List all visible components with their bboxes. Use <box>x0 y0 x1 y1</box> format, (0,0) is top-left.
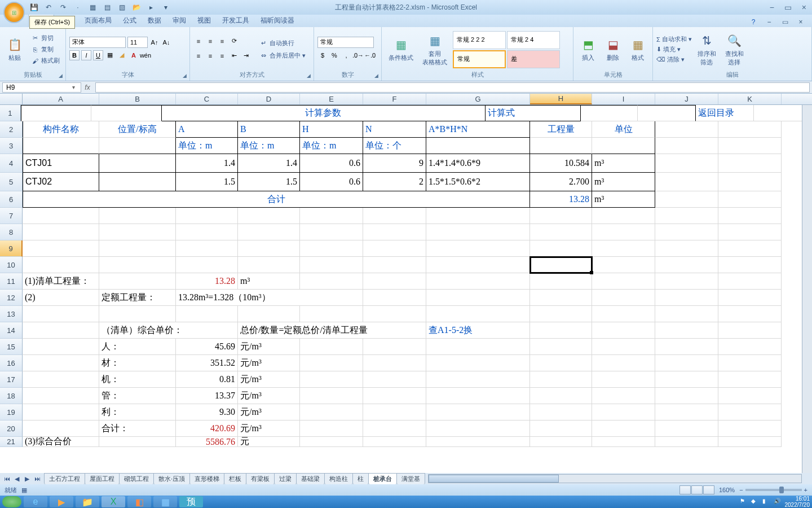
tab-nav-prev-icon[interactable]: ◀ <box>12 475 21 483</box>
cell-F3[interactable]: 单位：个 <box>363 138 426 154</box>
cell-F5[interactable]: 2 <box>363 173 426 191</box>
cell-C2[interactable]: A <box>176 121 238 138</box>
number-format-select[interactable] <box>317 37 374 48</box>
cell-H5[interactable]: 2.700 <box>530 173 592 191</box>
maximize-button[interactable]: ▭ <box>782 3 794 12</box>
col-header-G[interactable]: G <box>426 94 530 104</box>
italic-button[interactable]: I <box>81 50 91 60</box>
tray-flag-icon[interactable]: ⚑ <box>740 498 748 506</box>
office-button[interactable]: ⊞ <box>3 2 25 23</box>
tab-nav-first-icon[interactable]: ⏮ <box>2 475 11 483</box>
view-pagebreak-button[interactable] <box>703 485 714 494</box>
sheet-tab-11[interactable]: 桩承台 <box>368 473 397 484</box>
tab-nav-last-icon[interactable]: ⏭ <box>33 475 42 483</box>
cell-H4[interactable]: 10.584 <box>530 154 592 173</box>
tray-shield-icon[interactable]: ◆ <box>751 498 759 506</box>
zoom-level[interactable]: 160% <box>719 487 735 493</box>
align-right-icon[interactable]: ≡ <box>217 51 227 61</box>
font-name-select[interactable] <box>69 37 126 48</box>
row-header-21[interactable]: 21 <box>0 437 23 447</box>
dec-decimal-icon[interactable]: ←.0 <box>365 50 375 60</box>
paste-button[interactable]: 📋 粘贴 <box>3 36 26 63</box>
cell-I6[interactable]: m³ <box>592 191 655 208</box>
cell-G5[interactable]: 1.5*1.5*0.6*2 <box>426 173 530 191</box>
font-color-button[interactable]: A <box>129 50 139 60</box>
cell-G3[interactable] <box>426 138 530 154</box>
cell-C15[interactable]: 45.69 <box>176 339 238 355</box>
task-pdf[interactable]: ◧ <box>127 496 151 507</box>
view-normal-button[interactable] <box>679 485 691 494</box>
cell-I2[interactable]: 单位 <box>592 121 655 138</box>
cell-styles-gallery[interactable]: 常规 2 2 2 常规 2 4 常规 差 <box>453 31 560 68</box>
select-all-corner[interactable] <box>0 94 23 104</box>
cell-D5[interactable]: 1.5 <box>238 173 300 191</box>
cell-C11[interactable]: 13.28 <box>176 273 238 290</box>
task-preview[interactable]: 预 <box>179 496 203 507</box>
task-excel[interactable]: X <box>102 496 125 507</box>
sheet-tab-9[interactable]: 构造柱 <box>324 473 353 484</box>
cell-E2[interactable]: H <box>300 121 363 138</box>
bold-button[interactable]: B <box>69 50 80 60</box>
task-explorer[interactable]: 📁 <box>76 496 99 507</box>
zoom-in-button[interactable]: + <box>804 487 807 493</box>
align-middle-icon[interactable]: ≡ <box>205 36 215 46</box>
merge-center-button[interactable]: ⇔合并后居中▾ <box>257 51 308 61</box>
macro-icon[interactable]: ▦ <box>21 487 27 494</box>
cell-D11[interactable]: m³ <box>238 273 300 290</box>
cell-D16[interactable]: 元/m³ <box>238 355 300 371</box>
font-launcher[interactable]: ◢ <box>180 72 188 80</box>
align-launcher[interactable]: ◢ <box>304 72 312 80</box>
cell-C21[interactable]: 5586.76 <box>176 437 238 447</box>
qat-more-icon[interactable]: ▾ <box>160 2 171 12</box>
find-select-button[interactable]: 🔍查找和 选择 <box>722 32 747 68</box>
zoom-out-button[interactable]: − <box>739 487 743 493</box>
row-header-15[interactable]: 15 <box>0 339 23 355</box>
sheet-tab-12[interactable]: 满堂基 <box>396 473 425 484</box>
orientation-icon[interactable]: ⟳ <box>229 36 239 46</box>
font-size-select[interactable] <box>127 37 148 48</box>
cell-B14[interactable]: （清单）综合单价： <box>99 322 238 339</box>
close-button[interactable]: × <box>800 3 809 12</box>
clipboard-launcher[interactable]: ◢ <box>56 72 64 80</box>
cell-K6[interactable] <box>718 191 782 208</box>
row-header-20[interactable]: 20 <box>0 421 23 437</box>
cell-B15[interactable]: 人： <box>99 339 176 355</box>
view-layout-button[interactable] <box>691 485 703 494</box>
cell-A1[interactable] <box>21 105 91 121</box>
row-header-3[interactable]: 3 <box>0 138 23 154</box>
cell-I4[interactable]: m³ <box>592 154 655 173</box>
col-header-E[interactable]: E <box>300 94 363 104</box>
qat-btn-1[interactable]: ▦ <box>87 2 98 12</box>
sheet-tab-10[interactable]: 柱 <box>352 473 369 484</box>
col-header-B[interactable]: B <box>99 94 176 104</box>
start-button[interactable] <box>2 496 21 507</box>
cell-D18[interactable]: 元/m³ <box>238 388 300 404</box>
fill-color-button[interactable]: ◢ <box>117 50 127 60</box>
cell-J3[interactable] <box>655 138 718 154</box>
row-header-8[interactable]: 8 <box>0 224 23 240</box>
cell-G4[interactable]: 1.4*1.4*0.6*9 <box>426 154 530 173</box>
style-bad[interactable]: 差 <box>507 50 560 68</box>
inc-decimal-icon[interactable]: .0→ <box>353 50 363 60</box>
cell-A5[interactable]: CTJ02 <box>23 173 99 191</box>
qat-btn-4[interactable]: ▸ <box>145 2 157 12</box>
number-launcher[interactable]: ◢ <box>372 72 380 80</box>
row-header-10[interactable]: 10 <box>0 257 23 273</box>
cell-J4[interactable] <box>655 154 718 173</box>
task-media[interactable]: ▶ <box>50 496 73 507</box>
cell-G14[interactable]: 查A1-5-2换 <box>426 322 530 339</box>
col-header-A[interactable]: A <box>23 94 99 104</box>
sheet-tab-3[interactable]: 散水·压顶 <box>153 473 190 484</box>
cell-D21[interactable]: 元 <box>238 437 300 447</box>
row-header-16[interactable]: 16 <box>0 355 23 371</box>
align-left-icon[interactable]: ≡ <box>193 51 204 61</box>
cell-D20[interactable]: 元/m³ <box>238 421 300 437</box>
row-header-12[interactable]: 12 <box>0 290 23 306</box>
cell-D17[interactable]: 元/m³ <box>238 371 300 388</box>
redo-icon[interactable]: ↷ <box>58 2 69 12</box>
cell-D14[interactable]: 总价/数量=定额总价/清单工程量 <box>238 322 426 339</box>
align-bottom-icon[interactable]: ≡ <box>217 36 227 46</box>
row-header-5[interactable]: 5 <box>0 173 23 191</box>
cut-button[interactable]: ✂剪切 <box>28 33 62 43</box>
cell-C12[interactable]: 13.28m³=1.328（10m³） <box>176 290 363 306</box>
